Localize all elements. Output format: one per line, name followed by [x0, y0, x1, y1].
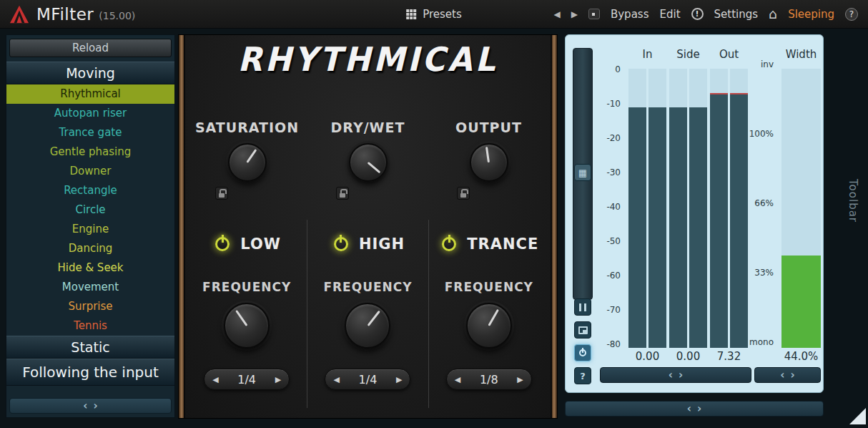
home-icon[interactable]: ⌂: [769, 7, 777, 21]
step-value[interactable]: 1/4: [237, 373, 256, 386]
band-power-row: TRANCE: [439, 234, 538, 254]
meter-track: [689, 69, 707, 348]
window-icon: [578, 326, 588, 334]
knob-pointer: [485, 147, 490, 162]
preset-group-static[interactable]: Static: [6, 336, 174, 359]
preset-item-rhythmical[interactable]: Rhythmical: [6, 84, 174, 104]
titlebar-actions: ◀ ▶ Bypass Edit ! Settings ⌂ Sleeping ?: [553, 7, 858, 21]
step-value[interactable]: 1/8: [480, 373, 498, 386]
power-icon[interactable]: [331, 234, 351, 254]
knob-pointer: [235, 310, 248, 326]
preset-item-rectangle[interactable]: Rectangle: [6, 181, 174, 200]
preset-item-autopan-riser[interactable]: Autopan riser: [6, 104, 174, 123]
trance-frequency-knob[interactable]: [466, 303, 512, 349]
power-stem: [448, 235, 450, 243]
presets-button[interactable]: Presets: [399, 4, 469, 25]
preset-item-movement[interactable]: Movement: [6, 278, 174, 297]
meter-grid-button[interactable]: ▦: [574, 164, 591, 181]
preset-group-moving[interactable]: Moving: [6, 62, 174, 84]
knob-pointer: [488, 308, 500, 326]
output-knob[interactable]: [470, 143, 508, 182]
previous-preset-button[interactable]: ◀: [553, 9, 560, 19]
step-next-icon[interactable]: ▶: [517, 375, 523, 384]
scroll-right-icon[interactable]: ›: [791, 369, 795, 381]
saturation-control: SATURATION: [187, 120, 307, 200]
global-knobs-row: SATURATION DRY/WET OUTPUT: [187, 120, 549, 200]
meter-power-button[interactable]: [574, 344, 591, 361]
width-tick: 66%: [754, 198, 774, 208]
sidebar-horizontal-scrollbar[interactable]: ‹ ›: [9, 398, 172, 414]
sleeping-status[interactable]: Sleeping: [788, 8, 834, 21]
preset-item-circle[interactable]: Circle: [6, 200, 174, 220]
resize-handle[interactable]: [849, 408, 866, 424]
width-scrollbar[interactable]: ‹ ›: [754, 367, 821, 383]
next-preset-button[interactable]: ▶: [571, 9, 578, 19]
pause-button[interactable]: [574, 298, 591, 316]
step-value[interactable]: 1/4: [359, 373, 378, 386]
step-next-icon[interactable]: ▶: [275, 375, 281, 384]
band-power-row: LOW: [212, 234, 281, 254]
step-next-icon[interactable]: ▶: [396, 375, 402, 384]
lock-icon[interactable]: [215, 187, 228, 200]
output-label: OUTPUT: [455, 120, 522, 135]
preset-item-dancing[interactable]: Dancing: [6, 239, 174, 258]
preset-item-gentle-phasing[interactable]: Gentle phasing: [6, 142, 174, 162]
preset-item-hide-and-seek[interactable]: Hide & Seek: [6, 258, 174, 278]
meters-scrollbar[interactable]: ‹ ›: [600, 367, 751, 383]
saturation-knob[interactable]: [228, 143, 267, 182]
preset-group-following-the-input[interactable]: Following the input: [6, 359, 174, 386]
meter-track: [628, 69, 646, 348]
edit-button[interactable]: Edit: [659, 8, 680, 21]
scroll-left-icon[interactable]: ‹: [780, 369, 784, 381]
meter-track: [669, 69, 687, 348]
drywet-control: DRY/WET: [307, 120, 428, 200]
help-icon[interactable]: ?: [845, 8, 858, 21]
preset-item-tennis[interactable]: Tennis: [6, 316, 174, 336]
high-frequency-knob[interactable]: [345, 303, 390, 349]
output-control: OUTPUT: [428, 120, 549, 200]
meter-help-button[interactable]: ?: [574, 367, 591, 384]
step-prev-icon[interactable]: ◀: [212, 375, 218, 384]
lock-icon[interactable]: [336, 187, 349, 200]
drywet-knob[interactable]: [349, 143, 388, 182]
power-icon[interactable]: [439, 234, 459, 254]
preset-item-engine[interactable]: Engine: [6, 220, 174, 239]
settings-button[interactable]: Settings: [714, 8, 759, 21]
bypass-button[interactable]: Bypass: [611, 8, 649, 21]
wood-trim-left: [179, 35, 185, 418]
step-prev-icon[interactable]: ◀: [455, 375, 460, 384]
scroll-right-icon[interactable]: ›: [94, 399, 98, 412]
preset-item-surprise[interactable]: Surprise: [6, 297, 174, 316]
save-preset-icon[interactable]: [588, 9, 600, 19]
step-prev-icon[interactable]: ◀: [333, 375, 339, 384]
low-frequency-knob[interactable]: [224, 303, 270, 349]
knob-pointer: [368, 162, 381, 173]
lock-icon[interactable]: [457, 187, 470, 200]
preset-item-trance-gate[interactable]: Trance gate: [6, 123, 174, 142]
trance-rate-stepper[interactable]: ◀ 1/8 ▶: [446, 369, 532, 390]
drywet-label: DRY/WET: [331, 120, 405, 135]
preset-item-downer[interactable]: Downer: [6, 162, 174, 181]
toolbar-handle[interactable]: Toolbar: [847, 179, 859, 223]
scroll-right-icon[interactable]: ›: [697, 402, 701, 415]
high-rate-stepper[interactable]: ◀ 1/4 ▶: [325, 369, 410, 390]
width-tick: 33%: [754, 268, 774, 278]
db-tick: -80: [606, 339, 621, 349]
reload-button[interactable]: Reload: [9, 39, 172, 57]
width-meter-value: 44.0%: [781, 350, 821, 363]
meter-panel-scrollbar[interactable]: ‹ ›: [565, 401, 824, 417]
scroll-left-icon[interactable]: ‹: [83, 399, 87, 412]
knob-pointer: [246, 149, 257, 163]
alert-icon[interactable]: !: [691, 8, 704, 20]
melda-logo-icon[interactable]: [9, 4, 30, 24]
filter-bands: LOW FREQUENCY ◀ 1/4 ▶ HIG: [187, 220, 549, 408]
scroll-left-icon[interactable]: ‹: [669, 369, 673, 381]
db-tick: -60: [606, 271, 621, 281]
low-rate-stepper[interactable]: ◀ 1/4 ▶: [204, 369, 290, 390]
power-icon: [578, 348, 588, 358]
side-meter: [669, 69, 707, 348]
scroll-left-icon[interactable]: ‹: [687, 402, 691, 415]
detach-window-button[interactable]: [574, 321, 591, 339]
power-icon[interactable]: [212, 234, 232, 254]
scroll-right-icon[interactable]: ›: [679, 369, 683, 381]
